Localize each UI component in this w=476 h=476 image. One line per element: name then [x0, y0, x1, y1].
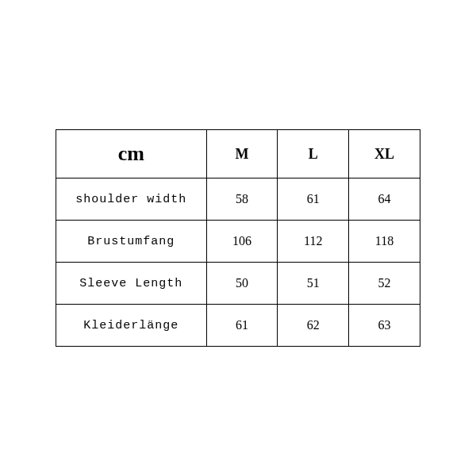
- table-row: shoulder width 58 61 64: [56, 178, 420, 221]
- cell-value: 52: [349, 263, 420, 305]
- row-label: Kleiderlänge: [56, 305, 207, 347]
- size-header-l: L: [278, 130, 349, 178]
- table-row: Sleeve Length 50 51 52: [56, 263, 420, 305]
- cell-value: 106: [206, 221, 278, 263]
- unit-header: cm: [56, 130, 207, 178]
- cell-value: 63: [349, 305, 420, 347]
- row-label: shoulder width: [56, 178, 207, 221]
- size-chart-table: cm M L XL shoulder width 58 61 64 Brustu…: [56, 129, 420, 347]
- row-label: Sleeve Length: [56, 263, 207, 305]
- size-header-xl: XL: [349, 130, 420, 178]
- cell-value: 112: [278, 221, 349, 263]
- cell-value: 50: [206, 263, 278, 305]
- table-row: Brustumfang 106 112 118: [56, 221, 420, 263]
- cell-value: 58: [206, 178, 278, 221]
- size-header-m: M: [206, 130, 278, 178]
- table-header-row: cm M L XL: [56, 130, 420, 178]
- cell-value: 61: [206, 305, 278, 347]
- cell-value: 62: [278, 305, 349, 347]
- cell-value: 61: [278, 178, 349, 221]
- cell-value: 51: [278, 263, 349, 305]
- table-row: Kleiderlänge 61 62 63: [56, 305, 420, 347]
- cell-value: 118: [349, 221, 420, 263]
- row-label: Brustumfang: [56, 221, 207, 263]
- cell-value: 64: [349, 178, 420, 221]
